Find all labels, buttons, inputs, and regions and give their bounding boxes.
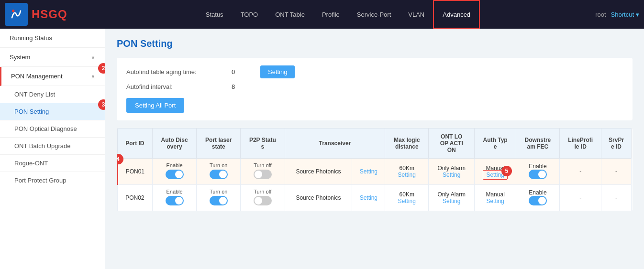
col-max-logic-distance: Max logicdistance bbox=[385, 129, 429, 159]
logo-icon bbox=[5, 3, 28, 26]
cell-transceiver-link[interactable]: Setting bbox=[352, 185, 385, 211]
link-ont-loop-pon02[interactable]: Setting bbox=[443, 198, 460, 204]
cell-line-profile-pon02: - bbox=[559, 185, 601, 211]
cell-port-laser: Turn on bbox=[197, 159, 241, 185]
page-title: PON Setting bbox=[117, 38, 633, 49]
cell-transceiver-link[interactable]: Setting bbox=[352, 159, 385, 185]
col-auto-discovery: Auto Discovery bbox=[152, 129, 197, 159]
col-port-laser-state: Port laserstate bbox=[197, 129, 241, 159]
form-row-2: Autofind interval: 8 bbox=[126, 83, 623, 90]
toggle-auto-discovery-pon01[interactable] bbox=[166, 170, 184, 179]
link-max-logic-pon02[interactable]: Setting bbox=[398, 198, 416, 204]
autofind-aging-label: Autofind table aging time: bbox=[126, 68, 222, 75]
toggle-downstream-pon01[interactable] bbox=[529, 170, 547, 179]
cell-ont-loop: Only Alarm Setting bbox=[429, 159, 475, 185]
cell-auth-type: Manual Setting bbox=[475, 185, 516, 211]
link-auth-type-pon01[interactable]: Setting 5 bbox=[483, 170, 507, 180]
cell-srv-pre-pon01: - bbox=[601, 159, 631, 185]
sidebar-child-rogue-ont[interactable]: Rogue-ONT bbox=[0, 155, 105, 172]
nav-status[interactable]: Status bbox=[197, 0, 232, 29]
sidebar-child-ont-batch-upgrade[interactable]: ONT Batch Upgrade bbox=[0, 138, 105, 155]
col-ont-loop-action: ONT LOOP ACTION bbox=[429, 129, 475, 159]
sidebar-item-system[interactable]: System ∨ bbox=[0, 48, 105, 67]
sidebar-child-port-protect-group[interactable]: Port Protect Group bbox=[0, 172, 105, 189]
header-right: root Shortcut ▾ bbox=[595, 11, 639, 18]
col-transceiver: Transceiver bbox=[285, 129, 385, 159]
header-user: root bbox=[595, 11, 606, 18]
cell-auto-discovery: Enable bbox=[152, 185, 197, 211]
toggle-p2p-pon01[interactable] bbox=[254, 170, 272, 179]
setting-all-port-button[interactable]: Setting All Port bbox=[126, 98, 184, 113]
pon-setting-table: Port ID Auto Discovery Port laserstate P… bbox=[117, 128, 633, 211]
col-auth-type: Auth Type bbox=[475, 129, 516, 159]
toggle-port-laser-pon01[interactable] bbox=[210, 170, 228, 179]
cell-srv-pre-pon02: - bbox=[601, 185, 631, 211]
cell-port-id: PON02 bbox=[118, 185, 153, 211]
cell-line-profile-pon01: - bbox=[559, 159, 601, 185]
cell-max-logic: 60Km Setting bbox=[385, 185, 429, 211]
setting-all-port-row: Setting All Port bbox=[126, 95, 623, 113]
badge-2: 2 bbox=[98, 63, 105, 74]
col-line-profile-id: LineProfile ID bbox=[559, 129, 601, 159]
col-port-id: Port ID bbox=[118, 129, 153, 159]
nav-profile[interactable]: Profile bbox=[313, 0, 348, 29]
chevron-system: ∨ bbox=[91, 54, 95, 61]
badge-5: 5 bbox=[501, 166, 512, 176]
cell-transceiver-name: Source Photonics bbox=[285, 185, 352, 211]
sidebar-item-running-status[interactable]: Running Status bbox=[0, 29, 105, 48]
cell-ont-loop: Only Alarm Setting bbox=[429, 185, 475, 211]
sidebar-child-ont-deny-list[interactable]: ONT Deny List bbox=[0, 86, 105, 103]
cell-downstream-fec: Enable bbox=[516, 185, 559, 211]
form-row-1: Autofind table aging time: 0 Setting bbox=[126, 65, 623, 78]
badge-3: 3 bbox=[98, 99, 105, 110]
table-container: Port ID Auto Discovery Port laserstate P… bbox=[117, 128, 633, 211]
autofind-interval-value: 8 bbox=[232, 83, 251, 90]
link-auth-type-pon02[interactable]: Setting bbox=[486, 198, 504, 204]
autofind-interval-label: Autofind interval: bbox=[126, 83, 222, 90]
cell-p2p: Turn off bbox=[241, 159, 285, 185]
table-header-row: Port ID Auto Discovery Port laserstate P… bbox=[118, 129, 632, 159]
sidebar: Running Status System ∨ PON Management ∧… bbox=[0, 29, 105, 269]
toggle-p2p-pon02[interactable] bbox=[254, 196, 272, 205]
chevron-pon-management: ∧ bbox=[91, 73, 95, 80]
svg-point-1 bbox=[12, 10, 14, 12]
header: HSGQ Status TOPO ONT Table Profile Servi… bbox=[0, 0, 644, 29]
layout: Running Status System ∨ PON Management ∧… bbox=[0, 29, 644, 269]
nav-topo[interactable]: TOPO bbox=[232, 0, 267, 29]
toggle-auto-discovery-pon02[interactable] bbox=[166, 196, 184, 205]
table-row: PON01 Enable Turn on Turn off bbox=[118, 159, 632, 185]
sidebar-child-pon-setting[interactable]: PON Setting 3 bbox=[0, 103, 105, 120]
toggle-port-laser-pon02[interactable] bbox=[210, 196, 228, 205]
cell-port-laser: Turn on bbox=[197, 185, 241, 211]
nav-ont-table[interactable]: ONT Table bbox=[266, 0, 313, 29]
toggle-downstream-pon02[interactable] bbox=[529, 196, 547, 205]
table-row: PON02 Enable Turn on Turn off bbox=[118, 185, 632, 211]
logo-area: HSGQ bbox=[5, 3, 67, 26]
form-section: Autofind table aging time: 0 Setting Aut… bbox=[117, 58, 633, 120]
cell-max-logic: 60Km Setting bbox=[385, 159, 429, 185]
cell-downstream-fec: Enable bbox=[516, 159, 559, 185]
nav-menu: Status TOPO ONT Table Profile Service-Po… bbox=[82, 0, 595, 29]
cell-port-id: PON01 bbox=[118, 159, 153, 185]
setting-button-aging[interactable]: Setting bbox=[260, 65, 295, 78]
cell-p2p: Turn off bbox=[241, 185, 285, 211]
cell-auto-discovery: Enable bbox=[152, 159, 197, 185]
sidebar-child-pon-optical-diagnose[interactable]: PON Optical Diagnose bbox=[0, 120, 105, 138]
logo-text: HSGQ bbox=[32, 8, 67, 21]
nav-vlan[interactable]: VLAN bbox=[400, 0, 433, 29]
col-srv-pre-id: SrvPre ID bbox=[601, 129, 631, 159]
cell-transceiver-name: Source Photonics bbox=[285, 159, 352, 185]
link-max-logic-pon01[interactable]: Setting bbox=[398, 172, 416, 178]
sidebar-item-pon-management[interactable]: PON Management ∧ 2 bbox=[0, 67, 105, 86]
main-content: PON Setting Autofind table aging time: 0… bbox=[105, 29, 644, 269]
autofind-aging-value: 0 bbox=[232, 68, 251, 75]
shortcut-button[interactable]: Shortcut ▾ bbox=[611, 11, 639, 18]
col-p2p-status: P2P Status bbox=[241, 129, 285, 159]
col-downstream-fec: Downstream FEC bbox=[516, 129, 559, 159]
link-ont-loop-pon01[interactable]: Setting bbox=[443, 172, 460, 178]
nav-advanced[interactable]: Advanced bbox=[433, 0, 480, 29]
nav-service-port[interactable]: Service-Port bbox=[348, 0, 400, 29]
cell-auth-type: Manual Setting 5 bbox=[475, 159, 516, 185]
